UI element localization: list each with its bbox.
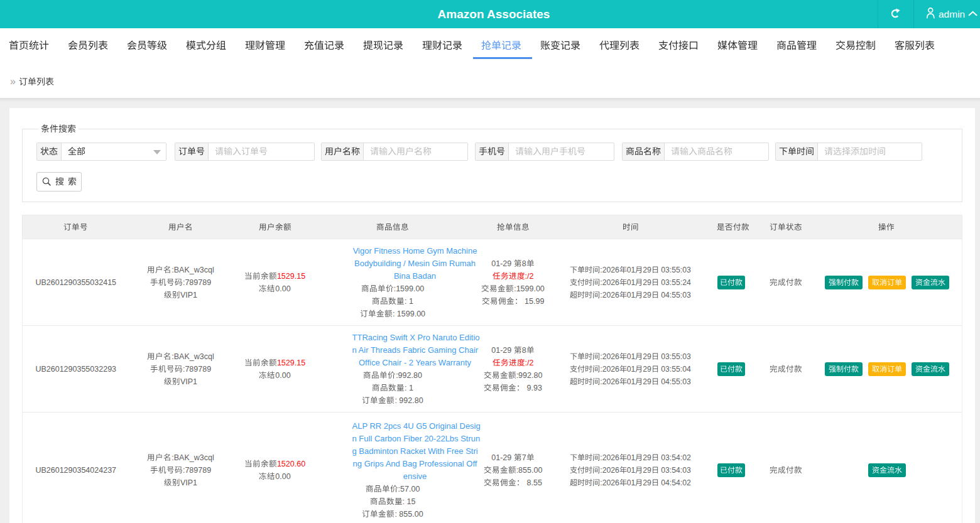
svg-text:admin: admin: [939, 9, 965, 19]
